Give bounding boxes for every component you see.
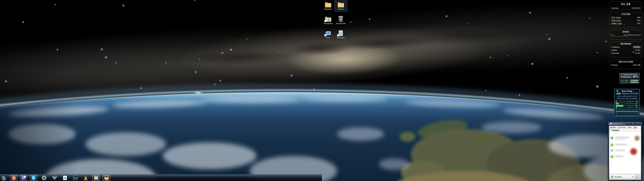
ip-address-value-redacted — [633, 46, 640, 48]
taskbar-word-button[interactable] — [61, 175, 69, 181]
desktop-icon-label: Run — [322, 37, 334, 39]
desktop-icon-calculator[interactable]: ↗ Calculator — [334, 29, 347, 40]
swap-usage-value: 15% — [637, 22, 640, 24]
ip-address-label: IP Address — [611, 46, 620, 48]
menu-bar: Buddies Accounts Tools Help — [609, 126, 641, 129]
core-temp-title: - Core Temp - — [615, 90, 639, 92]
buddy-avatar — [630, 148, 637, 155]
taskbar-vlc-button[interactable] — [82, 175, 90, 181]
desktop-icon-recycle-bin[interactable]: ♻ Recycle Bin — [334, 15, 347, 26]
taskbar-explorer-button[interactable] — [92, 175, 100, 181]
person-icon — [636, 176, 638, 178]
buddies-group-header[interactable]: − Buddies — [609, 129, 641, 132]
taskbar-skype-button[interactable]: S — [30, 175, 38, 181]
status-available-icon — [611, 176, 614, 178]
calculator-icon: ↗ — [334, 29, 347, 36]
disks-widget: DISKS C:\94.2 GB/149.0 GB used — [610, 30, 642, 40]
clock-time: 01:28 — [610, 2, 642, 6]
shortcut-arrow-icon: ↗ — [337, 34, 339, 36]
window-title: Buddy List — [613, 123, 621, 125]
downloads-folder-icon: ↗ — [322, 15, 334, 22]
menu-accounts[interactable]: Accounts — [618, 126, 626, 128]
windows-logo-icon — [2, 176, 5, 180]
desktop-icon-label: Recycle Bin — [334, 22, 347, 24]
status-label: Available — [615, 176, 622, 178]
menu-buddies[interactable]: Buddies — [610, 126, 616, 128]
desktop-icon-label: Programs — [322, 8, 334, 10]
buddy-name-redacted — [615, 137, 630, 138]
taskbar-photoshop-button[interactable]: Ps — [72, 175, 79, 181]
status-away-icon — [610, 149, 613, 152]
photoshop-icon: Ps — [73, 176, 78, 180]
buddy-row[interactable] — [609, 142, 641, 148]
core-temp-graph — [616, 110, 638, 116]
taskbar-pidgin-button[interactable] — [20, 175, 27, 181]
collapse-icon[interactable]: − — [610, 130, 612, 131]
download-label: Download — [611, 52, 619, 54]
recycle-bin-icon: ♻ — [334, 15, 347, 22]
buddy-row[interactable] — [609, 148, 641, 154]
avatar-girl-icon — [104, 176, 109, 180]
desktop-icon-games[interactable]: Games — [334, 1, 347, 12]
recycle-items: 20 items — [611, 64, 618, 66]
buddy-row[interactable] — [609, 154, 641, 160]
window-titlebar[interactable]: Buddy List — ❑ ✕ — [609, 122, 641, 126]
cpu-model: Phenom II X4 955 BE — [622, 93, 638, 94]
system-widget: SYSTEM CPU Usage28% RAM Usage24% SWAP Us… — [610, 12, 642, 28]
sun-icon — [638, 175, 639, 177]
buddy-row[interactable] — [609, 136, 641, 141]
taskbar-teamspeak-button[interactable] — [40, 175, 48, 181]
recycle-bin-title: RECYCLE BIN — [610, 60, 642, 63]
start-button[interactable] — [1, 175, 7, 181]
taskbar: S Ps ☂ ↻ ✓ N 51 ⚑ 1:28 AM 8/18/2012 — [0, 174, 322, 181]
run-icon: ↗ — [322, 29, 334, 36]
buddy-icon-button[interactable] — [635, 174, 640, 179]
swap-usage-label: SWAP Usage — [611, 22, 622, 24]
taskbar-firefox-button[interactable] — [10, 175, 18, 181]
upload-label: Upload — [611, 49, 617, 51]
disk-c-value: 94.2 GB/149.0 GB used — [624, 34, 640, 36]
status-available-icon — [610, 136, 613, 139]
ram-used: RAM Used: 3036 / 12285MB — [615, 98, 639, 100]
status-selector[interactable]: Available — [610, 175, 635, 179]
firefox-icon — [12, 176, 16, 180]
svg-text:♻: ♻ — [340, 18, 342, 20]
taskbar-avatar-app-button[interactable] — [103, 175, 110, 181]
menu-tools[interactable]: Tools — [628, 126, 632, 128]
winged-emblem-icon — [52, 176, 57, 180]
folder-icon — [334, 1, 347, 8]
disk-c-label: C:\ — [611, 34, 614, 36]
close-button[interactable]: ✕ — [635, 122, 641, 125]
desktop-icon-programs[interactable]: Programs — [322, 1, 334, 12]
upload-value: 0.0 B/s — [635, 49, 640, 51]
clock-widget: 01:28 Saturday 18.08.2012 — [610, 1, 642, 10]
maximize-button[interactable]: ❑ — [630, 122, 635, 125]
shortcut-arrow-icon: ↗ — [324, 20, 326, 22]
core-row-3: c3 [ 51°C ] 11% — [615, 107, 639, 109]
menu-help[interactable]: Help — [634, 126, 637, 128]
network-title: NETWORK — [610, 42, 642, 45]
desktop-icon-run[interactable]: ↗ Run — [322, 29, 334, 40]
buddy-avatar — [635, 136, 639, 140]
desktop-icon-downloads[interactable]: ↗ Downloads — [322, 15, 334, 26]
minimize-button[interactable]: — — [626, 122, 630, 125]
gpu-load-bar — [630, 82, 638, 83]
word-icon — [63, 176, 67, 180]
group-label: Buddies — [612, 129, 619, 131]
status-available-icon — [610, 155, 613, 158]
shortcut-arrow-icon: ↗ — [324, 34, 326, 36]
taskbar-game-button[interactable] — [51, 175, 58, 181]
folder-icon — [322, 1, 334, 8]
core-temp-widget: - Core Temp - AMD Phenom II X4 955 BE Cl… — [614, 89, 640, 116]
starfield-wallpaper — [0, 0, 644, 181]
core-row-0: c0 [ 51°C ] 8% — [615, 100, 639, 102]
disks-title: DISKS — [610, 30, 642, 33]
buddy-status-redacted — [615, 139, 626, 140]
core-row-1: c1 [ 51°C ] 31% — [615, 102, 639, 104]
buddy-name-redacted — [615, 150, 625, 151]
buddy-name-redacted — [615, 144, 627, 145]
ram-usage-value: 24% — [637, 20, 640, 22]
gpu-load-label: GPU: [ 0% ] — [621, 81, 628, 83]
core-row-2: c2 [ 51°C ] 78% — [615, 105, 639, 107]
explorer-folder-icon — [94, 176, 98, 180]
